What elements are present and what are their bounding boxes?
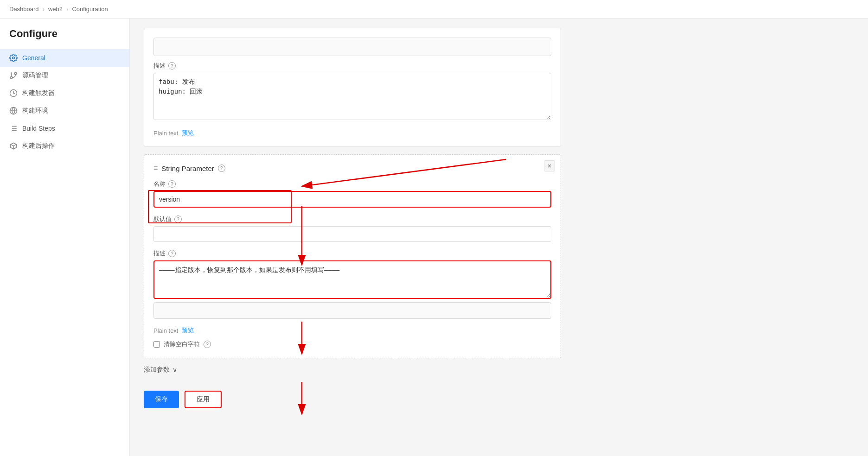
param-default-label: 默认值 ? <box>153 215 551 223</box>
desc-extra-area <box>153 302 551 319</box>
clear-whitespace-help-icon[interactable]: ? <box>204 341 211 348</box>
param-header-help-icon[interactable]: ? <box>218 165 225 172</box>
sidebar-label-env: 构建环境 <box>22 107 48 115</box>
param-desc-textarea[interactable]: ————指定版本，恢复到那个版本，如果是发布则不用填写———— <box>153 260 551 299</box>
breadcrumb-web2[interactable]: web2 <box>48 6 63 13</box>
list-icon <box>9 124 18 133</box>
clock-icon <box>9 89 18 97</box>
main-content: 描述 ? fabu: 发布 huigun: 回滚 Plain text 预览 ×… <box>130 19 868 456</box>
clear-whitespace-label: 清除空白字符 <box>164 340 200 348</box>
gear-icon <box>9 54 18 62</box>
breadcrumb-configuration: Configuration <box>72 6 108 13</box>
save-button[interactable]: 保存 <box>144 391 179 408</box>
plain-text-row-param: Plain text 预览 <box>153 326 551 335</box>
param-name-label: 名称 ? <box>153 180 551 188</box>
param-card-header: ≡ String Parameter ? <box>153 164 551 172</box>
preview-link-param[interactable]: 预览 <box>182 326 194 335</box>
svg-point-2 <box>14 72 17 75</box>
sidebar-label-general: General <box>22 54 45 62</box>
clear-whitespace-checkbox[interactable] <box>153 341 160 348</box>
description-field-top: 描述 ? fabu: 发布 huigun: 回滚 <box>153 62 551 121</box>
sidebar-label-build-steps: Build Steps <box>22 125 55 132</box>
globe-icon <box>9 107 18 115</box>
param-desc-help-icon[interactable]: ? <box>168 250 176 257</box>
sidebar-label-source: 源码管理 <box>22 71 48 80</box>
param-name-input[interactable] <box>153 191 551 208</box>
sidebar-item-post-build[interactable]: 构建后操作 <box>0 137 129 155</box>
sidebar: Configure General 源码管理 构建 <box>0 19 130 456</box>
preview-link-top[interactable]: 预览 <box>182 129 194 137</box>
chevron-down-icon: ∨ <box>172 366 177 374</box>
top-description-section: 描述 ? fabu: 发布 huigun: 回滚 Plain text 预览 <box>144 28 561 147</box>
breadcrumb-dashboard[interactable]: Dashboard <box>9 6 39 13</box>
add-param-label: 添加参数 <box>144 366 170 374</box>
param-desc-label: 描述 ? <box>153 249 551 258</box>
breadcrumb: Dashboard › web2 › Configuration <box>0 0 868 19</box>
description-help-icon-top[interactable]: ? <box>168 62 176 70</box>
plain-text-label-top: Plain text <box>153 130 178 137</box>
plain-text-label-param: Plain text <box>153 327 178 334</box>
box-icon <box>9 142 18 150</box>
svg-point-0 <box>13 57 15 59</box>
description-label-top: 描述 ? <box>153 62 551 70</box>
sidebar-item-build-steps[interactable]: Build Steps <box>0 120 129 137</box>
param-default-help-icon[interactable]: ? <box>174 215 182 223</box>
add-param-row[interactable]: 添加参数 ∨ <box>144 366 561 374</box>
param-desc-field: 描述 ? ————指定版本，恢复到那个版本，如果是发布则不用填写———— <box>153 249 551 319</box>
drag-handle-icon[interactable]: ≡ <box>153 164 158 172</box>
sidebar-item-source[interactable]: 源码管理 <box>0 67 129 84</box>
button-row: 保存 应用 <box>144 383 561 416</box>
breadcrumb-sep-1: › <box>43 6 45 13</box>
plain-text-row-top: Plain text 预览 <box>153 129 551 137</box>
apply-button[interactable]: 应用 <box>185 391 222 408</box>
sidebar-item-env[interactable]: 构建环境 <box>0 102 129 120</box>
param-header-label: String Parameter <box>161 165 214 172</box>
sidebar-item-general[interactable]: General <box>0 49 129 67</box>
param-close-button[interactable]: × <box>544 160 555 171</box>
param-default-input[interactable] <box>153 226 551 242</box>
param-name-field: 名称 ? <box>153 180 551 208</box>
sidebar-item-trigger[interactable]: 构建触发器 <box>0 84 129 102</box>
description-textarea-top[interactable]: fabu: 发布 huigun: 回滚 <box>153 73 551 120</box>
breadcrumb-sep-2: › <box>66 6 68 13</box>
sidebar-label-trigger: 构建触发器 <box>22 89 55 97</box>
param-default-field: 默认值 ? <box>153 215 551 242</box>
sidebar-label-post-build: 构建后操作 <box>22 142 55 150</box>
clear-whitespace-row: 清除空白字符 ? <box>153 340 551 348</box>
top-partial-textarea <box>153 38 551 56</box>
param-name-help-icon[interactable]: ? <box>168 180 176 188</box>
branch-icon <box>9 71 18 80</box>
sidebar-title: Configure <box>0 28 129 49</box>
svg-point-3 <box>10 76 13 79</box>
string-param-card: × ≡ String Parameter ? 名称 ? <box>144 154 561 358</box>
